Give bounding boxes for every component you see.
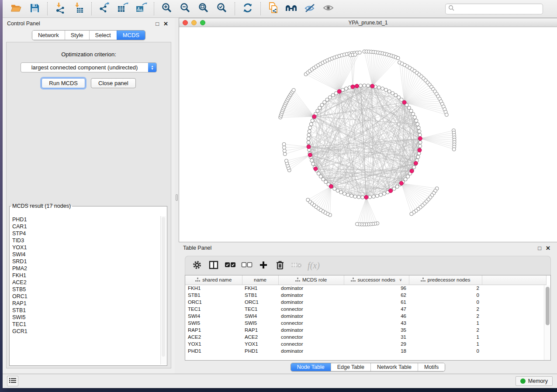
mcds-dominator-node[interactable] (399, 181, 403, 185)
table-cell[interactable]: dominator (278, 299, 344, 306)
network-node[interactable] (307, 133, 311, 137)
mcds-result-item[interactable]: RAP1 (10, 300, 160, 307)
search-input[interactable] (455, 5, 540, 12)
refresh-layout-button[interactable] (239, 1, 257, 16)
table-options-button[interactable] (189, 258, 205, 274)
table-cell[interactable]: 2 (409, 285, 482, 292)
network-node[interactable] (322, 178, 325, 181)
table-cell[interactable]: 0 (409, 292, 482, 299)
table-cell[interactable]: ACE2 (242, 334, 278, 340)
network-node[interactable] (353, 195, 357, 198)
table-cell[interactable]: connector (278, 334, 344, 340)
table-scrollbar-thumb[interactable] (546, 287, 550, 325)
network-node[interactable] (353, 53, 357, 56)
mcds-result-item[interactable]: TID3 (10, 237, 160, 244)
table-cell[interactable]: 46 (344, 313, 409, 320)
table-cell[interactable]: 0 (409, 347, 482, 354)
deselect-all-button[interactable] (239, 258, 255, 274)
mcds-result-item[interactable]: SRD1 (10, 258, 160, 265)
mcds-dominator-node[interactable] (402, 100, 406, 104)
network-node[interactable] (331, 93, 335, 97)
tab-network[interactable]: Network (32, 31, 65, 40)
network-node[interactable] (336, 189, 339, 193)
mcds-dominator-node[interactable] (351, 85, 355, 89)
network-node[interactable] (363, 84, 366, 87)
table-cell[interactable]: TEC1 (242, 306, 278, 313)
table-cell[interactable]: YOX1 (242, 340, 278, 347)
network-node[interactable] (377, 86, 381, 89)
network-node[interactable] (412, 112, 415, 116)
network-node[interactable] (343, 192, 346, 196)
table-cell[interactable]: 62 (344, 292, 409, 299)
show-all-button[interactable] (319, 1, 338, 16)
network-node[interactable] (341, 88, 345, 92)
network-node[interactable] (284, 159, 288, 163)
table-cell[interactable] (482, 334, 546, 340)
mcds-result-item[interactable]: YOX1 (10, 244, 160, 251)
mcds-dominator-node[interactable] (307, 145, 311, 149)
save-session-button[interactable] (25, 1, 44, 16)
close-panel-icon[interactable]: ✕ (161, 21, 170, 27)
network-node[interactable] (350, 194, 353, 198)
table-cell[interactable]: PHD1 (185, 347, 242, 354)
mcds-result-item[interactable]: SWI4 (10, 251, 160, 258)
network-graph[interactable] (179, 27, 557, 242)
network-node[interactable] (445, 113, 448, 117)
network-node[interactable] (311, 119, 314, 122)
table-cell[interactable]: 47 (344, 306, 409, 313)
network-node[interactable] (282, 142, 286, 146)
zoom-selected-button[interactable] (213, 1, 231, 16)
mcds-dominator-node[interactable] (364, 195, 368, 199)
table-cell[interactable]: PHD1 (242, 347, 278, 354)
network-node[interactable] (339, 190, 343, 194)
network-node[interactable] (400, 98, 403, 101)
task-history-button[interactable] (7, 376, 18, 386)
table-cell[interactable]: connector (278, 340, 344, 347)
mcds-dominator-node[interactable] (308, 153, 312, 157)
network-node[interactable] (409, 109, 413, 113)
network-node[interactable] (308, 126, 312, 130)
tab-node-table[interactable]: Node Table (291, 363, 331, 371)
table-row[interactable]: SWI4SWI4dominator462 (185, 313, 546, 320)
table-cell[interactable]: connector (278, 320, 344, 327)
network-node[interactable] (283, 149, 286, 152)
table-row[interactable]: YOX1YOX1connector291 (185, 340, 546, 347)
network-node[interactable] (419, 141, 422, 144)
network-node[interactable] (406, 175, 410, 178)
destroy-table-button[interactable] (288, 258, 305, 274)
table-cell[interactable]: SWI4 (242, 313, 278, 320)
network-node[interactable] (323, 100, 326, 104)
table-cell[interactable]: FKH1 (242, 285, 278, 292)
network-node[interactable] (392, 187, 396, 190)
copy-network-button[interactable] (264, 1, 283, 16)
table-cell[interactable]: dominator (278, 327, 344, 334)
network-node[interactable] (318, 106, 322, 110)
import-table-button[interactable] (69, 1, 88, 16)
network-node[interactable] (333, 187, 336, 190)
mcds-dominator-node[interactable] (418, 148, 422, 152)
close-panel-button[interactable]: Close panel (91, 78, 136, 88)
table-cell[interactable]: 2 (409, 306, 482, 313)
table-cell[interactable]: 18 (344, 347, 409, 354)
panel-split-divider[interactable] (175, 18, 179, 374)
table-cell[interactable] (482, 299, 546, 306)
table-cell[interactable]: 2 (409, 327, 482, 334)
table-cell[interactable]: dominator (278, 347, 344, 354)
network-node[interactable] (394, 93, 398, 97)
mcds-dominator-node[interactable] (312, 115, 316, 119)
export-table-button[interactable] (114, 1, 132, 16)
mcds-result-item[interactable]: SWI5 (10, 314, 160, 321)
zoom-out-button[interactable] (176, 1, 194, 16)
zoom-in-button[interactable] (158, 1, 176, 16)
table-cell[interactable]: 31 (344, 334, 409, 340)
table-cell[interactable]: 35 (344, 327, 409, 334)
search-box[interactable] (445, 3, 543, 14)
table-cell[interactable]: 61 (344, 299, 409, 306)
table-row[interactable]: FKH1FKH1dominator962 (185, 285, 546, 292)
mcds-dominator-node[interactable] (418, 137, 422, 141)
table-cell[interactable]: 0 (409, 299, 482, 306)
network-node[interactable] (407, 106, 411, 110)
node-table[interactable]: shared namenameMCDS rolesuccessor nodes∨… (185, 275, 547, 354)
hide-selected-button[interactable] (301, 1, 319, 16)
network-node[interactable] (375, 194, 379, 198)
